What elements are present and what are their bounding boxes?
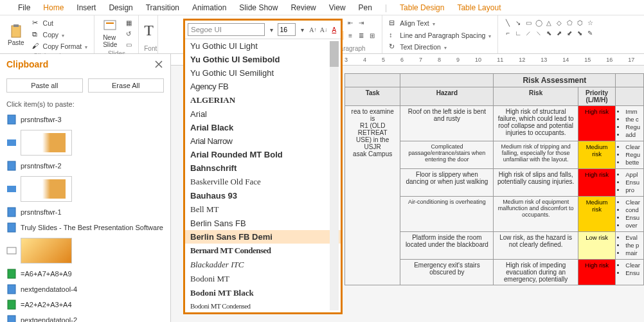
distribute-icon[interactable]: ⊞ (368, 31, 377, 40)
menu-table-design[interactable]: Table Design (393, 3, 451, 12)
text-direction-button[interactable]: ↻Text Direction (388, 42, 492, 52)
menu-design[interactable]: Design (102, 3, 139, 12)
copy-button[interactable]: ⧉Copy (31, 30, 89, 40)
risk-table[interactable]: Risk Assessment TaskHazardRiskPriority (… (344, 73, 644, 285)
shape-c4[interactable]: ⟍ (534, 28, 543, 37)
shape-c6[interactable]: ⬈ (555, 28, 564, 37)
align-just-icon[interactable]: ≣ (357, 31, 366, 40)
reset-icon[interactable]: ↺ (124, 29, 133, 38)
font-size-input[interactable] (278, 23, 296, 36)
menu-animation[interactable]: Animation (186, 3, 233, 12)
menu-insert[interactable]: Insert (70, 3, 102, 12)
align-text-button[interactable]: ⊟Align Text (388, 18, 492, 28)
font-option[interactable]: Blackadder ITC (185, 258, 341, 272)
ribbon-paragraph-extra: ⊟Align Text ↕Line and Paragraph Spacing … (382, 15, 498, 53)
font-option[interactable]: Bodoni MT Condensed (185, 300, 341, 309)
svg-rect-2 (104, 21, 116, 30)
align-right-icon[interactable]: ≡ (346, 31, 355, 40)
paste-all-button[interactable]: Paste all (6, 78, 83, 93)
shape-c7[interactable]: ⬋ (565, 28, 574, 37)
shape-star[interactable]: ☆ (586, 18, 595, 27)
menu-review[interactable]: Review (284, 3, 322, 12)
shape-c8[interactable]: ⬊ (575, 28, 584, 37)
font-list[interactable]: Yu Gothic UI LightYu Gothic UI SemiboldY… (185, 39, 341, 309)
cut-icon: ✂ (32, 19, 41, 28)
shape-callout[interactable]: ✎ (586, 28, 595, 37)
shape-diamond[interactable]: ◇ (555, 18, 564, 27)
shape-c3[interactable]: ⟋ (524, 28, 533, 37)
scroll-thumb[interactable] (330, 41, 339, 67)
menu-slide-show[interactable]: Slide Show (233, 3, 284, 12)
layout-icon[interactable]: ▦ (124, 18, 133, 27)
inc-indent-icon[interactable]: ⇥ (357, 18, 366, 27)
menu-file[interactable]: File (12, 3, 37, 12)
dec-indent-icon[interactable]: ⇤ (346, 18, 355, 27)
menu-home[interactable]: Home (37, 3, 70, 12)
font-option[interactable]: Berlin Sans FB (185, 217, 341, 230)
font-option[interactable]: Yu Gothic UI Light (185, 39, 341, 53)
section-icon[interactable]: ▭ (124, 40, 133, 49)
cut-button[interactable]: ✂Cut (31, 18, 89, 28)
font-option[interactable]: Bodoni MT Black (185, 286, 341, 300)
table-row[interactable]: rea to examine is R1 (OLD RETREAT USE) i… (345, 106, 644, 141)
font-option[interactable]: Arial Rounded MT Bold (185, 148, 341, 161)
menu-transition[interactable]: Transition (139, 3, 186, 12)
erase-all-button[interactable]: Erase All (88, 78, 165, 93)
chevron-down-icon[interactable]: ▾ (298, 25, 306, 34)
font-option[interactable]: Yu Gothic UI Semilight (185, 66, 341, 80)
shape-c2[interactable]: ∟ (514, 28, 523, 37)
brush-icon: 🖌 (32, 42, 41, 51)
font-option[interactable]: Arial Black (185, 121, 341, 134)
menu-table-layout[interactable]: Table Layout (451, 3, 507, 12)
font-option[interactable]: Agency FB (185, 80, 341, 93)
new-slide-button[interactable]: New Slide (100, 19, 120, 48)
clipboard-item[interactable]: prsntnsftwr-1 (0, 204, 170, 220)
shape-c5[interactable]: ⬉ (544, 28, 553, 37)
font-option[interactable]: Berlin Sans FB Demi (185, 230, 341, 244)
clipboard-item[interactable]: =A2+A2+A3+A4 (0, 297, 170, 312)
font-option[interactable]: Bauhaus 93 (185, 189, 341, 202)
close-icon[interactable] (154, 59, 164, 69)
shrink-font-icon[interactable]: A↓ (319, 25, 327, 34)
shape-penta[interactable]: ⬠ (565, 18, 574, 27)
table-header: Task (345, 87, 400, 106)
font-option[interactable]: ALGERIAN (185, 93, 341, 107)
font-option[interactable]: Bernard MT Condensed (185, 244, 341, 258)
line-spacing-button[interactable]: ↕Line and Paragraph Spacing (388, 30, 492, 40)
clipboard-item[interactable] (0, 174, 170, 204)
font-option[interactable]: Baskerville Old Face (185, 175, 341, 189)
shape-hex[interactable]: ⬡ (575, 18, 584, 27)
clipboard-item[interactable] (0, 127, 170, 158)
clipboard-item[interactable]: prsntnsftwr-3 (0, 112, 170, 127)
clipboard-item[interactable]: nextgendatatool-2 (0, 312, 170, 322)
font-option[interactable]: Bell MT (185, 202, 341, 217)
font-option[interactable]: Arial (185, 107, 341, 121)
shape-arrow[interactable]: ↘ (514, 18, 523, 27)
paste-button[interactable]: Paste (5, 24, 27, 46)
font-name-input[interactable] (188, 23, 265, 36)
clipboard-item[interactable]: Truly Slides - The Best Presentation Sof… (0, 220, 170, 235)
grow-font-icon[interactable]: A↑ (309, 25, 317, 34)
font-color-icon[interactable]: A (330, 25, 338, 34)
spacing-icon: ↕ (389, 31, 398, 40)
font-option[interactable]: Arial Narrow (185, 134, 341, 148)
font-option[interactable]: Bodoni MT (185, 272, 341, 286)
copy-format-button[interactable]: 🖌Copy Format (31, 41, 89, 51)
shape-oval[interactable]: ◯ (534, 18, 543, 27)
menu-pen[interactable]: Pen (352, 3, 379, 12)
font-scrollbar[interactable] (330, 41, 339, 310)
menu-view[interactable]: View (323, 3, 352, 12)
clipboard-item[interactable]: =A6+A7+A8+A9 (0, 266, 170, 282)
slide-icon (6, 184, 17, 194)
shape-tri[interactable]: △ (544, 18, 553, 27)
shape-line[interactable]: ╲ (503, 18, 512, 27)
chevron-down-icon[interactable]: ▾ (267, 25, 275, 34)
font-option[interactable]: Yu Gothic UI Semibold (185, 53, 341, 66)
clipboard-item[interactable]: nextgendatatool-4 (0, 282, 170, 297)
font-option[interactable]: Bahnschrift (185, 161, 341, 175)
shape-rect[interactable]: ▭ (524, 18, 533, 27)
clipboard-item[interactable]: prsntnsftwr-2 (0, 158, 170, 174)
shape-c1[interactable]: ⌐ (503, 28, 512, 37)
clipboard-item-label: prsntnsftwr-1 (21, 208, 62, 216)
clipboard-item[interactable] (0, 235, 170, 266)
